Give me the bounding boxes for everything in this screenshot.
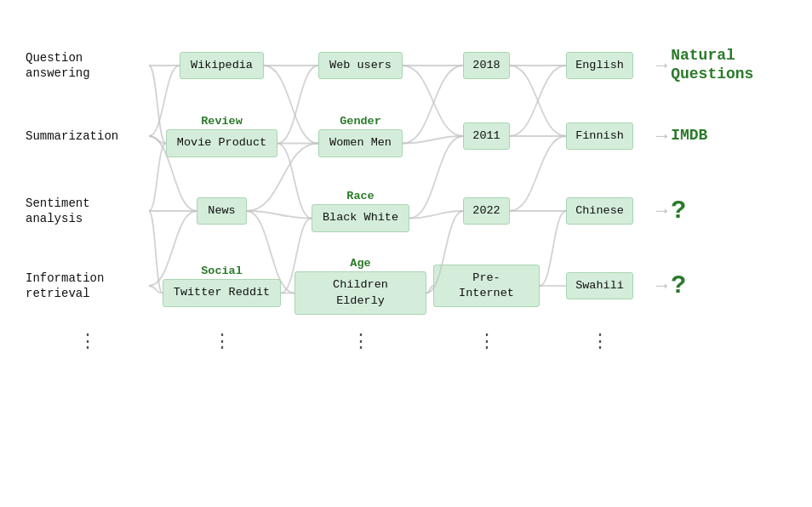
task-cell-3: Information retrieval <box>26 265 149 307</box>
lang-cell-3: Swahili <box>566 272 633 299</box>
who-label-3: Age <box>350 257 370 270</box>
dataset-2: ? <box>671 197 790 225</box>
who-wrapper-0: Web users <box>294 52 426 79</box>
what-wrapper-0: Wikipedia <box>156 52 288 79</box>
lang-wrapper-1: Finnish <box>546 122 653 150</box>
what-wrapper-1: ReviewMovie Product <box>156 115 288 157</box>
who-cell-2: Black White <box>312 204 409 231</box>
task-cell-1: Summarization <box>26 115 149 157</box>
arrow-3: → <box>656 276 667 297</box>
dot-col-2: ⋮ <box>294 330 426 353</box>
task-cell-0: Question answering <box>26 44 149 87</box>
what-cell-3: Twitter Reddit <box>163 279 281 306</box>
data-area: Question answeringWikipediaWeb users2018… <box>26 32 786 353</box>
when-cell-0: 2018 <box>463 52 509 79</box>
dot-col-4: ⋮ <box>546 330 653 353</box>
task-cell-2: Sentiment analysis <box>26 190 149 232</box>
lang-wrapper-0: English <box>546 52 653 79</box>
who-cell-3: Children Elderly <box>294 271 426 314</box>
when-wrapper-3: Pre- Internet <box>433 265 540 307</box>
dataset-3: ? <box>671 271 790 300</box>
arrow-2: → <box>656 201 667 222</box>
what-label-3: Social <box>201 265 243 277</box>
dataset-1: IMDB <box>671 127 790 145</box>
what-wrapper-2: News <box>156 197 288 225</box>
who-label-1: Gender <box>340 115 381 128</box>
dataset-0: Natural Questions <box>671 47 790 83</box>
arrow-0: → <box>656 55 667 77</box>
lang-wrapper-2: Chinese <box>546 197 653 225</box>
when-wrapper-1: 2011 <box>433 122 540 150</box>
who-wrapper-1: GenderWomen Men <box>294 115 426 157</box>
when-wrapper-0: 2018 <box>433 52 540 79</box>
rows-container: Question answeringWikipediaWeb users2018… <box>26 32 786 353</box>
what-cell-1: Movie Product <box>166 129 277 157</box>
data-row-3: Information retrievalSocialTwitter Reddi… <box>26 248 786 323</box>
lang-cell-1: Finnish <box>566 122 633 150</box>
data-row-1: SummarizationReviewMovie ProductGenderWo… <box>26 99 786 174</box>
who-cell-0: Web users <box>318 52 403 79</box>
data-row-2: Sentiment analysisNewsRaceBlack White202… <box>26 174 786 248</box>
who-wrapper-3: AgeChildren Elderly <box>294 257 426 314</box>
data-row-0: Question answeringWikipediaWeb users2018… <box>26 32 786 99</box>
lang-cell-2: Chinese <box>566 197 633 225</box>
dot-col-0: ⋮ <box>26 330 149 353</box>
what-cell-2: News <box>197 197 246 225</box>
when-cell-3: Pre- Internet <box>433 265 540 307</box>
when-cell-1: 2011 <box>463 122 509 150</box>
what-cell-0: Wikipedia <box>180 52 264 79</box>
dot-col-1: ⋮ <box>156 330 288 353</box>
when-wrapper-2: 2022 <box>433 197 540 225</box>
what-wrapper-3: SocialTwitter Reddit <box>156 265 288 306</box>
who-label-2: Race <box>346 190 374 202</box>
lang-wrapper-3: Swahili <box>546 272 653 299</box>
dot-col-3: ⋮ <box>433 330 540 353</box>
what-label-1: Review <box>201 115 243 128</box>
who-wrapper-2: RaceBlack White <box>294 190 426 231</box>
when-cell-2: 2022 <box>463 197 509 225</box>
who-cell-1: Women Men <box>318 129 403 157</box>
main-container: Question answeringWikipediaWeb users2018… <box>0 0 812 379</box>
lang-cell-0: English <box>566 52 633 79</box>
dots-row: ⋮⋮⋮⋮⋮ <box>26 330 786 353</box>
arrow-1: → <box>656 126 667 147</box>
